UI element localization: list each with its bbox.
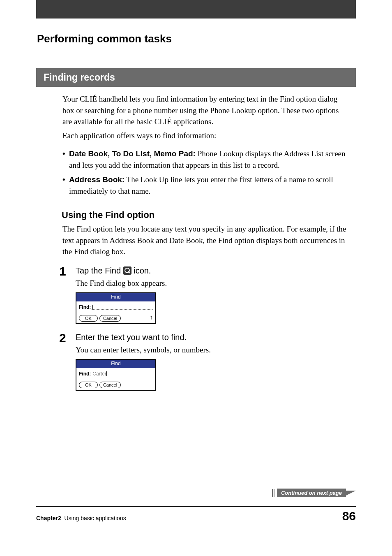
dialog-body: Find: Carter OK Cancel [76,368,155,390]
sub-heading: Using the Find option [62,208,356,222]
cancel-button[interactable]: Cancel [99,315,121,322]
step-desc: You can enter letters, symbols, or numbe… [76,344,356,356]
continued-indicator: Continued on next page [272,489,356,497]
find-input[interactable] [92,304,153,310]
chapter-label: Chapter2 [36,515,61,521]
bullet-lead: Date Book, To Do List, Memo Pad: [69,149,196,158]
page-title: Performing common tasks [37,32,392,45]
footer: Chapter2 Using basic applications 86 [36,509,356,523]
bullet-list: Date Book, To Do List, Memo Pad: Phone L… [36,144,356,197]
step-title-pre: Tap the Find [76,266,123,275]
dialog-buttons: OK Cancel [79,315,153,322]
step-desc: The Find dialog box appears. [76,278,356,289]
chapter-info: Chapter2 Using basic applications [36,515,126,521]
step-number: 2 [59,329,66,347]
content-area: Your CLIÉ handheld lets you find informa… [36,87,356,391]
step-2: 2 Enter the text you want to find. You c… [36,331,356,391]
dialog-buttons: OK Cancel [79,382,153,388]
step-1: 1 Tap the Find icon. The Find dialog box… [36,265,356,324]
find-input-value: Carter [92,371,106,377]
cancel-button[interactable]: Cancel [99,382,121,388]
chapter-text: Using basic applications [64,515,126,521]
continued-label: Continued on next page [277,489,346,497]
find-label: Find: [79,371,91,378]
intro-p2: Each application offers ways to find inf… [36,130,356,141]
bullet-item: Date Book, To Do List, Memo Pad: Phone L… [62,148,350,171]
find-dialog: Find Find: OK Cancel ↑ [76,292,156,324]
dialog-title: Find [76,360,155,368]
stripe-icon [272,489,274,497]
find-field-row: Find: [79,304,153,311]
header-bar [36,0,356,19]
step-title: Tap the Find icon. [76,265,356,277]
find-dialog: Find Find: Carter OK Cancel [76,359,156,391]
ok-button[interactable]: OK [79,315,98,322]
find-input[interactable]: Carter [92,371,153,376]
section-heading: Finding records [36,68,356,87]
find-label: Find: [79,304,91,311]
cursor-icon [92,305,93,310]
find-field-row: Find: Carter [79,371,153,378]
arrow-right-icon [346,491,356,496]
sub-intro: The Find option lets you locate any text… [36,223,356,257]
dialog-body: Find: OK Cancel ↑ [76,301,155,324]
up-arrow-icon[interactable]: ↑ [150,313,153,322]
intro-p1: Your CLIÉ handheld lets you find informa… [36,93,356,127]
find-icon [123,266,131,275]
footer-rule [36,506,356,507]
cursor-icon [106,371,107,376]
bullet-lead: Address Book: [69,175,125,184]
step-number: 1 [59,262,66,280]
ok-button[interactable]: OK [79,382,98,388]
step-title: Enter the text you want to find. [76,331,356,343]
intro-block: Your CLIÉ handheld lets you find informa… [36,93,356,141]
bullet-item: Address Book: The Look Up line lets you … [62,174,350,197]
step-title-post: icon. [131,266,151,275]
dialog-title: Find [76,293,155,301]
page-number: 86 [342,509,356,523]
